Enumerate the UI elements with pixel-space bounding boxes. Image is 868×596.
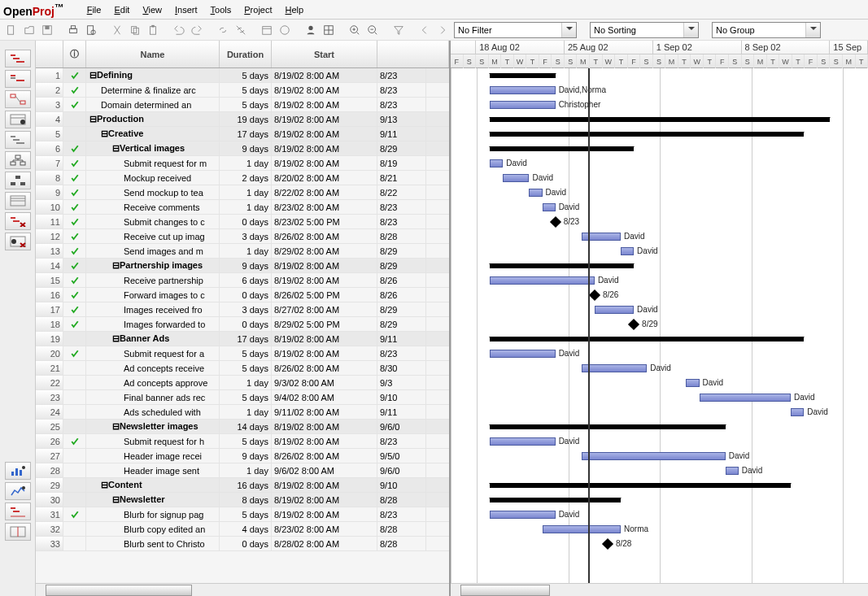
start-cell[interactable]: 8/28/02 8:00 AM (272, 537, 377, 550)
summary-bar[interactable] (490, 483, 791, 488)
finish-cell[interactable]: 8/23 (377, 215, 426, 228)
start-cell[interactable]: 8/22/02 8:00 AM (272, 185, 377, 199)
dropdown-icon[interactable] (683, 23, 698, 37)
dropdown-icon[interactable] (805, 23, 820, 37)
task-name-cell[interactable]: Receive partnership (86, 273, 220, 287)
summary-bar[interactable] (490, 73, 555, 78)
task-name-cell[interactable]: ⊟Newsletter (86, 493, 220, 507)
zoom-in-icon[interactable] (347, 22, 363, 38)
duration-cell[interactable]: 3 days (220, 229, 272, 243)
menu-edit[interactable]: Edit (114, 5, 129, 15)
table-row[interactable]: 30⊟Newsletter8 days8/19/02 8:00 AM8/28 (36, 493, 449, 507)
task-name-cell[interactable]: Domain determined an (86, 98, 220, 111)
finish-cell[interactable]: 8/23 (377, 346, 426, 360)
task-bar[interactable] (490, 159, 503, 167)
menu-insert[interactable]: Insert (175, 5, 198, 15)
table-row[interactable]: 28Header image sent1 day9/6/02 8:00 AM9/… (36, 463, 449, 478)
table-row[interactable]: 18Images forwarded to0 days8/29/02 5:00 … (36, 317, 449, 332)
start-cell[interactable]: 8/19/02 8:00 AM (272, 332, 377, 346)
table-row[interactable]: 15Receive partnership6 days8/19/02 8:00 … (36, 273, 449, 288)
print-icon[interactable] (65, 22, 81, 38)
duration-cell[interactable]: 1 day (220, 463, 272, 477)
start-cell[interactable]: 9/4/02 8:00 AM (272, 390, 377, 404)
save-icon[interactable] (39, 22, 55, 38)
task-bar[interactable] (490, 350, 555, 358)
duration-cell[interactable]: 5 days (220, 346, 272, 360)
start-cell[interactable]: 8/19/02 8:00 AM (272, 98, 377, 111)
task-name-cell[interactable]: Forward images to c (86, 288, 220, 302)
table-row[interactable]: 31Blurb for signup pag5 days8/19/02 8:00… (36, 507, 449, 522)
summary-bar[interactable] (490, 117, 830, 122)
table-row[interactable]: 23Final banner ads rec5 days9/4/02 8:00 … (36, 390, 449, 405)
start-cell[interactable]: 8/29/02 5:00 PM (272, 317, 377, 331)
task-name-cell[interactable]: Send mockup to tea (86, 185, 220, 199)
start-cell[interactable]: 8/19/02 8:00 AM (272, 112, 377, 126)
start-cell[interactable]: 8/26/02 8:00 AM (272, 449, 377, 463)
finish-cell[interactable]: 8/21 (377, 171, 426, 185)
menu-view[interactable]: View (142, 5, 162, 15)
table-row[interactable]: 1⊟Defining5 days8/19/02 8:00 AM8/23 (36, 68, 449, 83)
table-row[interactable]: 4⊟Production19 days8/19/02 8:00 AM9/13 (36, 112, 449, 127)
table-row[interactable]: 20Submit request for a5 days8/19/02 8:00… (36, 346, 449, 361)
duration-cell[interactable]: 19 days (220, 112, 272, 126)
finish-cell[interactable]: 9/13 (377, 112, 426, 126)
summary-bar[interactable] (490, 146, 634, 151)
task-name-cell[interactable]: Images received fro (86, 302, 220, 316)
task-name-cell[interactable]: Submit request for m (86, 156, 220, 170)
finish-cell[interactable]: 9/11 (377, 405, 426, 419)
task-name-cell[interactable]: ⊟Content (86, 478, 220, 492)
table-row[interactable]: 3Domain determined an5 days8/19/02 8:00 … (36, 98, 449, 112)
open-icon[interactable] (21, 22, 37, 38)
milestone[interactable] (550, 216, 561, 228)
duration-cell[interactable]: 5 days (220, 390, 272, 404)
duration-cell[interactable]: 0 days (220, 537, 272, 550)
zoom-out-icon[interactable] (364, 22, 381, 38)
cut-icon[interactable] (109, 22, 125, 38)
task-name-cell[interactable]: Blurb sent to Christo (86, 537, 220, 550)
table-row[interactable]: 24Ads scheduled with1 day9/11/02 8:00 AM… (36, 405, 449, 420)
table-row[interactable]: 9Send mockup to tea1 day8/22/02 8:00 AM8… (36, 185, 449, 200)
calendar-icon[interactable] (259, 22, 275, 38)
duration-cell[interactable]: 5 days (220, 98, 272, 111)
view-task-usage-x-icon[interactable] (5, 212, 31, 230)
col-index[interactable] (36, 41, 63, 67)
duration-cell[interactable]: 0 days (220, 317, 272, 331)
start-cell[interactable]: 8/19/02 8:00 AM (272, 420, 377, 433)
duration-cell[interactable]: 3 days (220, 302, 272, 316)
task-bar[interactable] (791, 408, 804, 416)
duration-cell[interactable]: 1 day (220, 405, 272, 419)
task-name-cell[interactable]: Ads scheduled with (86, 405, 220, 419)
undo-icon[interactable] (171, 22, 187, 38)
start-cell[interactable]: 8/26/02 8:00 AM (272, 229, 377, 243)
col-start[interactable]: Start (272, 41, 377, 67)
task-name-cell[interactable]: Header image recei (86, 449, 220, 463)
sort-value[interactable] (591, 23, 683, 37)
duration-cell[interactable]: 8 days (220, 493, 272, 507)
task-name-cell[interactable]: ⊟Banner Ads (86, 332, 220, 346)
finish-cell[interactable]: 9/6/0 (377, 420, 426, 433)
summary-bar[interactable] (490, 424, 725, 429)
task-bar[interactable] (490, 511, 555, 519)
finish-cell[interactable]: 8/28 (377, 522, 426, 536)
duration-cell[interactable]: 1 day (220, 376, 272, 389)
task-name-cell[interactable]: Receive cut up imag (86, 229, 220, 243)
start-cell[interactable]: 8/19/02 8:00 AM (272, 259, 377, 272)
menu-help[interactable]: Help (286, 5, 304, 15)
view-histogram-icon[interactable] (5, 462, 31, 480)
table-row[interactable]: 12Receive cut up imag3 days8/26/02 8:00 … (36, 229, 449, 244)
view-projects-icon[interactable] (5, 131, 31, 149)
start-cell[interactable]: 8/23/02 8:00 AM (272, 522, 377, 536)
task-bar[interactable] (726, 467, 739, 475)
view-rbs-icon[interactable] (5, 172, 31, 189)
finish-cell[interactable]: 8/23 (377, 98, 426, 111)
link-icon[interactable] (215, 22, 231, 38)
menu-project[interactable]: Project (244, 5, 272, 15)
duration-cell[interactable]: 9 days (220, 449, 272, 463)
new-icon[interactable] (3, 22, 20, 38)
redo-icon[interactable] (189, 22, 205, 38)
task-name-cell[interactable]: Ad concepts approve (86, 376, 220, 389)
table-row[interactable]: 16Forward images to c0 days8/26/02 5:00 … (36, 288, 449, 302)
start-cell[interactable]: 8/19/02 8:00 AM (272, 83, 377, 97)
task-bar[interactable] (503, 174, 529, 182)
table-row[interactable]: 26Submit request for h5 days8/19/02 8:00… (36, 434, 449, 449)
